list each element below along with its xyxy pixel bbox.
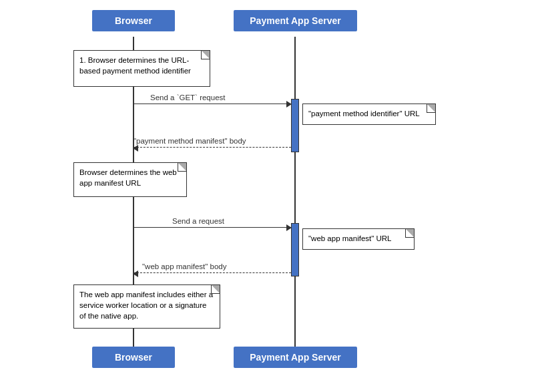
arrow-send-request-label: Send a request xyxy=(172,217,224,225)
note-manifest-includes: The web app manifest includes either a s… xyxy=(73,284,220,329)
arrow-wam-body xyxy=(134,272,291,273)
arrow-send-request xyxy=(134,227,291,228)
browser-lifeline-top: Browser xyxy=(92,10,175,31)
arrow-manifest-body xyxy=(134,147,291,148)
note-web-app-manifest: Browser determines the web app manifest … xyxy=(73,162,187,197)
server-lifeline-top: Payment App Server xyxy=(234,10,357,31)
activation-box-2 xyxy=(291,223,299,276)
note-wam-url: "web app manifest" URL xyxy=(302,228,415,250)
activation-box-1 xyxy=(291,99,299,152)
arrow-wam-label: "web app manifest" body xyxy=(142,262,226,270)
note-pmi-url: "payment method identifier" URL xyxy=(302,104,436,125)
arrow-get-label: Send a `GET` request xyxy=(150,93,226,102)
arrow-get-request xyxy=(134,104,291,104)
note-payment-method: 1. Browser determines the URL-based paym… xyxy=(73,50,210,87)
sequence-diagram: Browser Payment App Server 1. Browser de… xyxy=(0,0,534,392)
browser-lifeline-bottom: Browser xyxy=(92,347,175,368)
server-lifeline-line xyxy=(294,37,296,354)
arrow-manifest-label: "payment method manifest" body xyxy=(134,137,246,145)
server-lifeline-bottom: Payment App Server xyxy=(234,347,357,368)
